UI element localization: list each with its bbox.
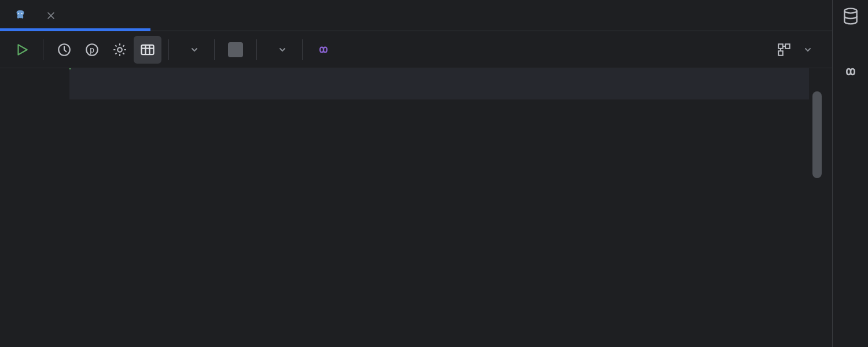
schema-icon <box>777 42 792 57</box>
svg-rect-7 <box>778 44 783 49</box>
session-dropdown[interactable] <box>264 36 295 64</box>
svg-rect-6 <box>142 45 154 54</box>
postgres-icon <box>14 9 27 22</box>
explain-plan-button[interactable]: p <box>78 36 106 64</box>
ai-assistant-button[interactable] <box>310 36 337 64</box>
history-button[interactable] <box>50 36 78 64</box>
scrollbar-thumb[interactable] <box>812 91 822 178</box>
chevron-down-icon <box>190 45 199 54</box>
main-area: p <box>0 0 832 347</box>
svg-point-5 <box>117 47 122 52</box>
separator <box>168 39 169 60</box>
tab-bar <box>0 0 832 31</box>
tab-active-indicator <box>0 28 150 31</box>
separator <box>43 39 43 60</box>
stop-icon <box>228 42 243 57</box>
svg-text:p: p <box>90 45 94 54</box>
svg-point-10 <box>844 9 856 13</box>
settings-button[interactable] <box>106 36 134 64</box>
svg-rect-8 <box>785 44 790 49</box>
close-icon[interactable] <box>46 11 56 20</box>
schema-picker[interactable] <box>777 42 824 57</box>
svg-point-1 <box>21 13 23 14</box>
transaction-mode-dropdown[interactable] <box>176 36 207 64</box>
svg-point-0 <box>18 13 19 14</box>
separator <box>302 39 303 60</box>
svg-rect-9 <box>778 51 783 56</box>
chevron-down-icon <box>278 45 287 54</box>
editor-tab-console[interactable] <box>0 0 68 31</box>
sql-editor[interactable] <box>0 68 832 347</box>
toolbar: p <box>0 31 832 68</box>
run-button[interactable] <box>8 36 36 64</box>
current-line-highlight <box>69 68 809 99</box>
right-tool-rail <box>832 0 868 347</box>
editor-gutter <box>0 68 69 347</box>
separator <box>214 39 215 60</box>
ai-tool-icon[interactable] <box>840 61 861 82</box>
chevron-down-icon <box>803 45 812 54</box>
separator <box>256 39 257 60</box>
database-tool-icon[interactable] <box>840 6 861 27</box>
stop-button[interactable] <box>222 36 249 64</box>
code-area[interactable] <box>69 68 809 347</box>
table-view-button[interactable] <box>134 36 161 64</box>
